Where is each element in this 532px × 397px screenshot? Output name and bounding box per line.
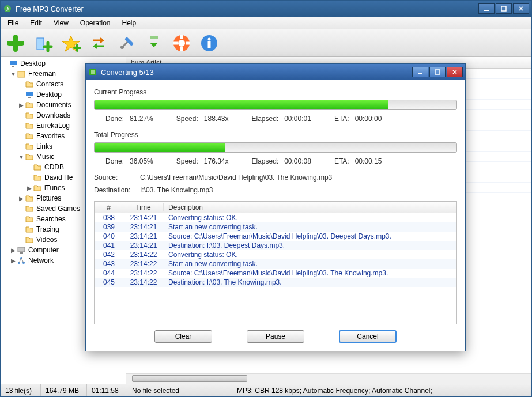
expand-icon[interactable]: ▶	[10, 258, 17, 264]
log-row[interactable]: 04123:14:21Destination: I:\03. Deepest D…	[95, 241, 456, 250]
source-value: C:\Users\Freeman\Music\David Helpling\03…	[140, 173, 332, 182]
help-button[interactable]	[170, 32, 193, 55]
log-row[interactable]: 04323:14:22Start an new converting task.	[95, 259, 456, 269]
log-desc: Source: C:\Users\Freeman\Music\David Hel…	[164, 269, 456, 277]
svg-rect-4	[37, 38, 44, 50]
folder-icon	[33, 183, 42, 192]
log-row[interactable]: 03923:14:21Start an new converting task.	[95, 222, 456, 232]
dialog-close-button[interactable]	[447, 67, 463, 77]
tree-label: Contacts	[36, 80, 63, 88]
tree-label: Computer	[28, 246, 59, 254]
dialog-buttons: Clear Pause Cancel	[94, 324, 457, 345]
total-done-value: 36.05%	[130, 157, 153, 165]
add-folder-button[interactable]	[32, 32, 55, 55]
log-time: 23:14:21	[123, 232, 164, 240]
total-eta-label: ETA:	[334, 157, 349, 165]
folder-icon	[25, 235, 34, 244]
close-button[interactable]	[513, 3, 529, 14]
about-button[interactable]	[198, 32, 221, 55]
main-titlebar[interactable]: ♪ Free MP3 Converter	[1, 1, 531, 17]
menu-operation[interactable]: Operation	[74, 18, 116, 28]
log-table[interactable]: # Time Description 03823:14:21Converting…	[94, 201, 457, 324]
expand-icon[interactable]: ▼	[10, 71, 17, 77]
destination-value: I:\03. The Knowing.mp3	[140, 186, 213, 194]
converting-dialog: Converting 5/13 Current Progress Done: 8…	[85, 63, 466, 351]
destination-row: Destination: I:\03. The Knowing.mp3	[94, 184, 457, 196]
log-num: 039	[95, 223, 123, 231]
svg-rect-16	[28, 97, 31, 98]
log-desc: Start an new converting task.	[164, 260, 456, 268]
tree-label: iTunes	[44, 184, 65, 192]
log-row[interactable]: 03823:14:21Converting status: OK.	[95, 213, 456, 222]
log-row[interactable]: 04023:14:21Source: C:\Users\Freeman\Musi…	[95, 232, 456, 241]
folder-icon	[25, 142, 34, 151]
log-num: 038	[95, 214, 123, 222]
log-body[interactable]: 03823:14:21Converting status: OK.03923:1…	[95, 213, 456, 324]
svg-point-10	[208, 37, 211, 40]
expand-icon[interactable]: ▶	[10, 247, 17, 254]
svg-point-5	[120, 46, 124, 49]
log-desc: Source: C:\Users\Freeman\Music\David Hel…	[164, 232, 456, 240]
download-button[interactable]	[142, 32, 165, 55]
dialog-icon	[88, 67, 97, 77]
scrollbar-thumb[interactable]	[132, 375, 247, 382]
log-time: 23:14:22	[123, 278, 164, 286]
folder-icon	[25, 152, 34, 161]
menu-view[interactable]: View	[48, 18, 74, 28]
favorites-button[interactable]	[59, 32, 82, 55]
app-title: Free MP3 Converter	[16, 5, 478, 13]
settings-button[interactable]	[115, 32, 138, 55]
folder-icon	[25, 131, 34, 141]
current-elapsed-value: 00:00:01	[284, 115, 311, 123]
dialog-titlebar[interactable]: Converting 5/13	[86, 64, 465, 80]
dialog-window-controls	[412, 67, 463, 77]
status-size: 164.79 MB	[41, 384, 87, 396]
log-row[interactable]: 04523:14:22Destination: I:\03. The Knowi…	[95, 278, 456, 287]
log-time: 23:14:22	[123, 251, 164, 259]
statusbar: 13 file(s) 164.79 MB 01:11:58 No file se…	[1, 384, 531, 396]
dialog-minimize-button[interactable]	[412, 67, 428, 77]
svg-rect-15	[26, 92, 33, 96]
expand-icon[interactable]: ▶	[18, 102, 25, 108]
status-selection: No file selected	[127, 384, 232, 396]
svg-rect-24	[435, 70, 440, 74]
user-icon	[17, 69, 26, 78]
svg-rect-2	[484, 10, 489, 11]
maximize-button[interactable]	[496, 3, 512, 14]
log-col-desc[interactable]: Description	[164, 203, 456, 211]
tree-label: Freeman	[28, 70, 56, 78]
minimize-button[interactable]	[478, 3, 495, 14]
log-num: 045	[95, 278, 123, 286]
log-num: 042	[95, 251, 123, 259]
toolbar	[1, 29, 531, 57]
log-col-num[interactable]: #	[95, 203, 123, 211]
tree-label: Desktop	[36, 90, 62, 99]
log-desc: Destination: I:\03. The Knowing.mp3.	[164, 278, 456, 286]
clear-button[interactable]: Clear	[154, 330, 212, 343]
main-window-controls	[478, 3, 529, 14]
menu-edit[interactable]: Edit	[24, 18, 48, 28]
log-row[interactable]: 04223:14:22Converting status: OK.	[95, 250, 456, 259]
total-progress-label: Total Progress	[94, 131, 457, 139]
expand-icon[interactable]: ▼	[18, 154, 25, 160]
log-time: 23:14:21	[123, 223, 164, 231]
add-files-button[interactable]	[4, 32, 27, 55]
dialog-maximize-button[interactable]	[429, 67, 446, 77]
menu-help[interactable]: Help	[116, 18, 142, 28]
menu-file[interactable]: File	[2, 18, 24, 28]
log-time: 23:14:21	[123, 214, 164, 222]
horizontal-scrollbar[interactable]	[126, 373, 531, 384]
folder-icon	[25, 100, 34, 109]
log-header[interactable]: # Time Description	[95, 202, 456, 213]
expand-icon[interactable]: ▶	[18, 195, 25, 202]
cancel-button[interactable]: Cancel	[339, 330, 397, 343]
log-col-time[interactable]: Time	[123, 203, 164, 211]
log-row[interactable]: 04423:14:22Source: C:\Users\Freeman\Musi…	[95, 269, 456, 278]
svg-rect-12	[10, 61, 17, 65]
tree-label: Documents	[36, 101, 71, 109]
current-done-value: 81.27%	[130, 115, 153, 123]
convert-button[interactable]	[87, 32, 110, 55]
pause-button[interactable]: Pause	[247, 330, 304, 343]
total-eta-value: 00:00:15	[355, 157, 382, 165]
expand-icon[interactable]: ▶	[26, 185, 33, 191]
